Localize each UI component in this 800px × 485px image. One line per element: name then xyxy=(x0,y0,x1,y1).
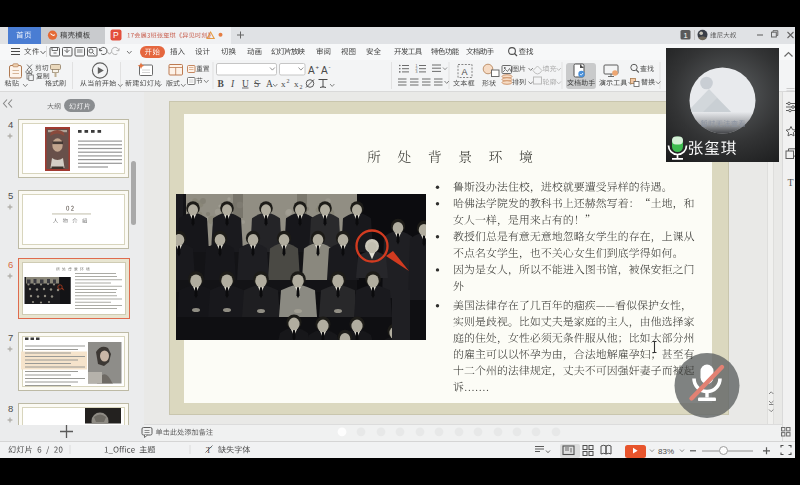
svg-text:2: 2 xyxy=(287,78,290,84)
svg-text:I: I xyxy=(230,79,235,89)
svg-text:B: B xyxy=(218,79,225,89)
svg-text:A: A xyxy=(308,65,315,76)
svg-text:5: 5 xyxy=(8,190,13,201)
svg-text:T: T xyxy=(788,177,794,188)
svg-text:83%: 83% xyxy=(658,447,674,456)
svg-text:A: A xyxy=(462,67,468,77)
svg-text:4: 4 xyxy=(8,119,13,130)
svg-text:+: + xyxy=(316,64,320,70)
svg-text:x: x xyxy=(281,79,286,89)
svg-text:A: A xyxy=(321,65,328,76)
svg-text:P: P xyxy=(113,30,119,40)
svg-text:7: 7 xyxy=(8,332,13,343)
svg-text:3: 3 xyxy=(416,70,418,74)
svg-text:A: A xyxy=(266,79,273,89)
svg-text:8: 8 xyxy=(8,403,13,414)
svg-text:1: 1 xyxy=(684,31,688,40)
svg-text:2: 2 xyxy=(300,84,303,90)
svg-text:x: x xyxy=(294,79,299,89)
svg-text:-: - xyxy=(329,64,331,70)
svg-text:U: U xyxy=(242,79,249,89)
svg-text:6: 6 xyxy=(8,259,13,270)
